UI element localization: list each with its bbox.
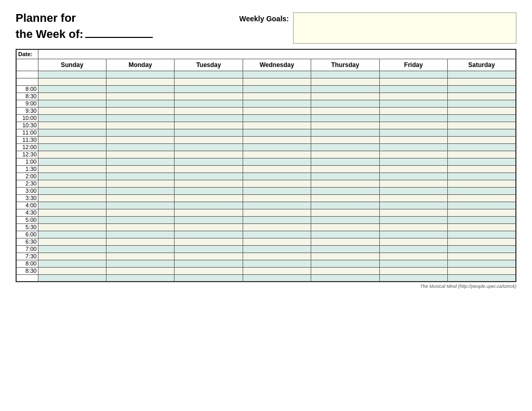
planner-cell[interactable]: [448, 202, 516, 209]
planner-cell[interactable]: [311, 107, 379, 114]
planner-cell[interactable]: [243, 187, 311, 194]
planner-cell[interactable]: [379, 92, 447, 100]
planner-cell[interactable]: [38, 180, 106, 187]
planner-cell[interactable]: [175, 223, 243, 231]
planner-cell[interactable]: [448, 129, 516, 136]
planner-cell[interactable]: [106, 216, 174, 223]
planner-cell[interactable]: [106, 194, 174, 202]
planner-cell[interactable]: [175, 158, 243, 165]
planner-cell[interactable]: [38, 92, 106, 100]
planner-cell[interactable]: [175, 165, 243, 173]
planner-cell[interactable]: [106, 180, 174, 187]
planner-cell[interactable]: [448, 253, 516, 260]
planner-cell[interactable]: [311, 71, 379, 78]
planner-cell[interactable]: [38, 143, 106, 151]
planner-cell[interactable]: [243, 223, 311, 231]
planner-cell[interactable]: [243, 216, 311, 223]
planner-cell[interactable]: [243, 136, 311, 143]
planner-cell[interactable]: [175, 78, 243, 85]
planner-cell[interactable]: [448, 223, 516, 231]
planner-cell[interactable]: [379, 202, 447, 209]
planner-cell[interactable]: [448, 216, 516, 223]
planner-cell[interactable]: [379, 223, 447, 231]
planner-cell[interactable]: [379, 107, 447, 114]
planner-cell[interactable]: [175, 245, 243, 253]
planner-cell[interactable]: [311, 187, 379, 194]
planner-cell[interactable]: [38, 216, 106, 223]
planner-cell[interactable]: [106, 238, 174, 245]
planner-cell[interactable]: [311, 231, 379, 238]
planner-cell[interactable]: [38, 158, 106, 165]
planner-cell[interactable]: [175, 173, 243, 180]
planner-cell[interactable]: [38, 129, 106, 136]
planner-cell[interactable]: [448, 173, 516, 180]
planner-cell[interactable]: [175, 194, 243, 202]
planner-cell[interactable]: [38, 202, 106, 209]
planner-cell[interactable]: [448, 151, 516, 158]
planner-cell[interactable]: [448, 100, 516, 107]
planner-cell[interactable]: [448, 85, 516, 92]
planner-cell[interactable]: [38, 122, 106, 129]
planner-cell[interactable]: [243, 165, 311, 173]
planner-cell[interactable]: [175, 100, 243, 107]
planner-cell[interactable]: [175, 122, 243, 129]
planner-cell[interactable]: [38, 245, 106, 253]
planner-cell[interactable]: [243, 129, 311, 136]
planner-cell[interactable]: [175, 151, 243, 158]
planner-cell[interactable]: [175, 71, 243, 78]
planner-cell[interactable]: [448, 187, 516, 194]
planner-cell[interactable]: [379, 216, 447, 223]
planner-cell[interactable]: [106, 165, 174, 173]
planner-cell[interactable]: [311, 114, 379, 122]
planner-cell[interactable]: [448, 92, 516, 100]
planner-cell[interactable]: [311, 143, 379, 151]
planner-cell[interactable]: [243, 71, 311, 78]
planner-cell[interactable]: [38, 274, 106, 282]
planner-cell[interactable]: [106, 187, 174, 194]
planner-cell[interactable]: [311, 260, 379, 267]
planner-cell[interactable]: [243, 173, 311, 180]
planner-cell[interactable]: [311, 122, 379, 129]
planner-cell[interactable]: [311, 100, 379, 107]
planner-cell[interactable]: [448, 143, 516, 151]
planner-cell[interactable]: [311, 216, 379, 223]
goals-input-box[interactable]: [293, 12, 516, 44]
planner-cell[interactable]: [311, 238, 379, 245]
planner-cell[interactable]: [243, 260, 311, 267]
planner-cell[interactable]: [243, 267, 311, 274]
planner-cell[interactable]: [106, 231, 174, 238]
planner-cell[interactable]: [106, 114, 174, 122]
planner-cell[interactable]: [311, 165, 379, 173]
planner-cell[interactable]: [175, 260, 243, 267]
planner-cell[interactable]: [106, 223, 174, 231]
planner-cell[interactable]: [311, 194, 379, 202]
planner-cell[interactable]: [106, 158, 174, 165]
planner-cell[interactable]: [379, 151, 447, 158]
planner-cell[interactable]: [38, 136, 106, 143]
planner-cell[interactable]: [243, 122, 311, 129]
planner-cell[interactable]: [379, 267, 447, 274]
planner-cell[interactable]: [243, 238, 311, 245]
planner-cell[interactable]: [311, 202, 379, 209]
planner-cell[interactable]: [38, 223, 106, 231]
planner-cell[interactable]: [311, 253, 379, 260]
planner-cell[interactable]: [106, 209, 174, 216]
planner-cell[interactable]: [175, 202, 243, 209]
planner-cell[interactable]: [106, 78, 174, 85]
planner-cell[interactable]: [38, 71, 106, 78]
planner-cell[interactable]: [311, 129, 379, 136]
planner-cell[interactable]: [175, 143, 243, 151]
planner-cell[interactable]: [448, 238, 516, 245]
planner-cell[interactable]: [106, 253, 174, 260]
planner-cell[interactable]: [379, 100, 447, 107]
planner-cell[interactable]: [106, 85, 174, 92]
planner-cell[interactable]: [243, 245, 311, 253]
planner-cell[interactable]: [38, 114, 106, 122]
planner-cell[interactable]: [243, 85, 311, 92]
planner-cell[interactable]: [448, 136, 516, 143]
planner-cell[interactable]: [243, 78, 311, 85]
planner-cell[interactable]: [379, 253, 447, 260]
planner-cell[interactable]: [243, 180, 311, 187]
planner-cell[interactable]: [175, 216, 243, 223]
planner-cell[interactable]: [243, 253, 311, 260]
